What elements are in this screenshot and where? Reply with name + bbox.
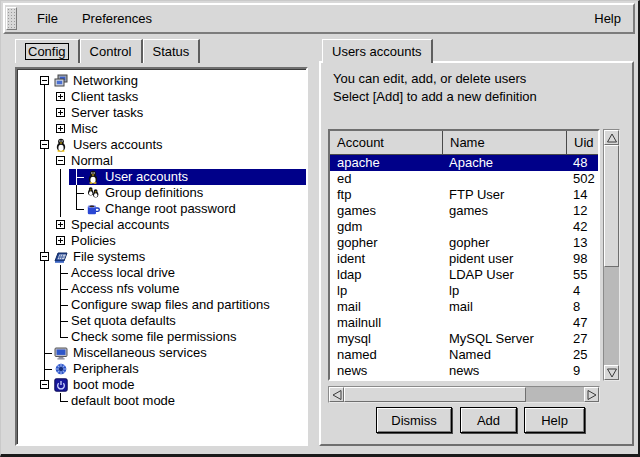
tree-item[interactable]: Check some file permissions <box>17 329 306 345</box>
tree-item[interactable]: Policies <box>17 233 306 249</box>
tree-item[interactable]: Set quota defaults <box>17 313 306 329</box>
menu-preferences[interactable]: Preferences <box>70 9 164 28</box>
branch-connector <box>53 265 69 281</box>
tree-item[interactable]: boot mode <box>17 377 306 393</box>
tree-item[interactable]: Special accounts <box>17 217 306 233</box>
tree-guide <box>37 265 53 281</box>
scroll-right-button[interactable] <box>584 387 599 402</box>
cell-account: ident <box>330 251 442 267</box>
tree-item[interactable]: User accounts <box>17 169 306 185</box>
tree-guide <box>53 185 69 201</box>
table-row[interactable]: gamesgames12 <box>330 203 598 219</box>
horizontal-scrollbar-thumb[interactable] <box>344 387 526 402</box>
table-row[interactable]: lplp4 <box>330 283 598 299</box>
cell-uid: 27 <box>566 331 598 347</box>
table-row[interactable]: gdm42 <box>330 219 598 235</box>
tree-item-label: boot mode <box>71 377 134 393</box>
expand-icon[interactable] <box>53 121 69 137</box>
tree-item[interactable]: Peripherals <box>17 361 306 377</box>
add-button[interactable]: Add <box>460 407 517 433</box>
tree-item-label: Access nfs volume <box>69 281 179 297</box>
collapse-icon[interactable] <box>37 249 53 265</box>
tree-item[interactable]: Group definitions <box>17 185 306 201</box>
table-row[interactable]: mailnull47 <box>330 315 598 331</box>
branch-connector <box>53 297 69 313</box>
arrow-left-icon <box>331 389 343 401</box>
vertical-scrollbar[interactable] <box>603 129 620 381</box>
tree-item[interactable]: default boot mode <box>17 393 306 409</box>
column-header-name[interactable]: Name <box>442 131 566 154</box>
collapse-icon[interactable] <box>53 153 69 169</box>
tree-item[interactable]: Access local drive <box>17 265 306 281</box>
menu-grip-handle[interactable] <box>6 7 17 30</box>
tree-item-label: Change root password <box>103 201 236 217</box>
vertical-scrollbar-thumb[interactable] <box>604 145 619 267</box>
table-row[interactable]: ftpFTP User14 <box>330 187 598 203</box>
table-row[interactable]: namedNamed25 <box>330 347 598 363</box>
scroll-up-button[interactable] <box>604 130 619 145</box>
tree-item-label: Check some file permissions <box>69 329 236 345</box>
tab-users-accounts[interactable]: Users accounts <box>322 39 433 63</box>
menu-help[interactable]: Help <box>582 9 633 28</box>
tab-config[interactable]: Config <box>15 39 80 63</box>
cell-name: news <box>442 363 566 379</box>
tree-item[interactable]: Configure swap files and partitions <box>17 297 306 313</box>
cell-uid: 47 <box>566 315 598 331</box>
tab-control[interactable]: Control <box>80 39 143 63</box>
horizontal-scrollbar[interactable] <box>328 386 600 403</box>
cell-name <box>442 219 566 235</box>
collapse-icon[interactable] <box>37 73 53 89</box>
expand-icon[interactable] <box>53 217 69 233</box>
tree: NetworkingClient tasksServer tasksMiscUs… <box>17 69 306 409</box>
table-row[interactable]: mysqlMySQL Server27 <box>330 331 598 347</box>
dismiss-button[interactable]: Dismiss <box>376 407 452 433</box>
tab-status[interactable]: Status <box>143 39 201 63</box>
collapse-icon[interactable] <box>37 377 53 393</box>
tree-item[interactable]: Server tasks <box>17 105 306 121</box>
main-tabstrip: Config Control Status <box>15 39 200 63</box>
tree-guide <box>37 297 53 313</box>
collapse-icon[interactable] <box>37 137 53 153</box>
scroll-down-button[interactable] <box>604 365 619 380</box>
tree-item[interactable]: Normal <box>17 153 306 169</box>
expand-icon[interactable] <box>53 233 69 249</box>
menu-file[interactable]: File <box>25 9 70 28</box>
tree-item[interactable]: Client tasks <box>17 89 306 105</box>
table-row[interactable]: ldapLDAP User55 <box>330 267 598 283</box>
tree-item[interactable]: Users accounts <box>17 137 306 153</box>
tree-item[interactable]: File systems <box>17 249 306 265</box>
penguin-icon <box>85 170 101 184</box>
table-row[interactable]: mailmail8 <box>330 299 598 315</box>
table-row[interactable]: ed502 <box>330 171 598 187</box>
tree-item[interactable]: Misc <box>17 121 306 137</box>
cell-uid: 14 <box>566 187 598 203</box>
tree-item-label: Misc <box>69 121 98 137</box>
tree-item-label: Special accounts <box>69 217 169 233</box>
tree-item[interactable]: Access nfs volume <box>17 281 306 297</box>
tree-item[interactable]: Miscellaneous services <box>17 345 306 361</box>
tree-item-label: Server tasks <box>69 105 143 121</box>
column-header-uid[interactable]: Uid <box>566 131 598 154</box>
tree-item-label: Configure swap files and partitions <box>69 297 270 313</box>
tree-item[interactable]: Change root password <box>17 201 306 217</box>
penguins-icon <box>85 186 101 200</box>
tree-guide <box>37 89 53 105</box>
scroll-left-button[interactable] <box>329 387 344 402</box>
arrow-down-icon <box>606 367 618 379</box>
tree-guide <box>37 393 53 409</box>
tree-item-label: Access local drive <box>69 265 175 281</box>
table-row[interactable]: apacheApache48 <box>330 155 598 171</box>
expand-icon[interactable] <box>53 89 69 105</box>
expand-icon[interactable] <box>53 105 69 121</box>
mug-icon <box>85 202 101 216</box>
help-button[interactable]: Help <box>524 407 585 433</box>
cell-name <box>442 171 566 187</box>
accounts-table: Account Name Uid apacheApache48ed502ftpF… <box>328 129 600 381</box>
tree-item-label: Policies <box>69 233 116 249</box>
menu-bar: File Preferences Help <box>3 3 635 34</box>
table-row[interactable]: identpident user98 <box>330 251 598 267</box>
table-row[interactable]: newsnews9 <box>330 363 598 379</box>
table-row[interactable]: gophergopher13 <box>330 235 598 251</box>
tree-item[interactable]: Networking <box>17 73 306 89</box>
column-header-account[interactable]: Account <box>330 131 442 154</box>
